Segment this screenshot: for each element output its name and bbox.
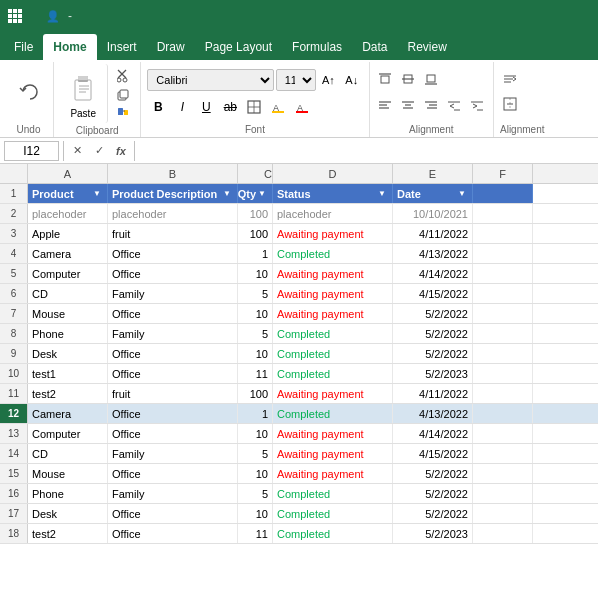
table-row[interactable]: 7MouseOffice10Awaiting payment5/2/2022 <box>0 304 598 324</box>
data-cell[interactable] <box>473 524 533 543</box>
data-cell[interactable]: Camera <box>28 244 108 263</box>
data-cell[interactable]: 5/2/2022 <box>393 464 473 483</box>
data-cell[interactable]: Office <box>108 344 238 363</box>
data-cell[interactable]: 4/11/2022 <box>393 384 473 403</box>
data-cell[interactable] <box>473 324 533 343</box>
data-cell[interactable]: 5/2/2022 <box>393 324 473 343</box>
wrap-text-button[interactable] <box>500 71 523 89</box>
table-row[interactable]: 9DeskOffice10Completed5/2/2022 <box>0 344 598 364</box>
data-cell[interactable]: 5/2/2023 <box>393 524 473 543</box>
data-cell[interactable]: 11 <box>238 364 273 383</box>
data-cell[interactable]: Computer <box>28 264 108 283</box>
data-cell[interactable]: 4/14/2022 <box>393 424 473 443</box>
table-row[interactable]: 14CDFamily5Awaiting payment4/15/2022 <box>0 444 598 464</box>
data-cell[interactable] <box>473 204 533 223</box>
data-cell[interactable] <box>473 424 533 443</box>
data-cell[interactable]: Awaiting payment <box>273 264 393 283</box>
header-cell[interactable]: Status▼ <box>273 184 393 203</box>
col-header-b[interactable]: B <box>108 164 238 183</box>
data-cell[interactable]: 5/2/2023 <box>393 364 473 383</box>
data-cell[interactable]: Office <box>108 424 238 443</box>
data-cell[interactable]: Awaiting payment <box>273 224 393 243</box>
data-cell[interactable]: 5 <box>238 444 273 463</box>
data-cell[interactable]: 4/15/2022 <box>393 284 473 303</box>
data-cell[interactable]: 10 <box>238 304 273 323</box>
undo-button[interactable] <box>11 77 47 109</box>
data-cell[interactable]: 5 <box>238 284 273 303</box>
data-cell[interactable]: fruit <box>108 384 238 403</box>
table-row[interactable]: 18test2Office11Completed5/2/2023 <box>0 524 598 544</box>
table-row[interactable]: 5ComputerOffice10Awaiting payment4/14/20… <box>0 264 598 284</box>
data-cell[interactable] <box>473 244 533 263</box>
data-cell[interactable]: 4/15/2022 <box>393 444 473 463</box>
cell-reference-input[interactable] <box>4 141 59 161</box>
data-cell[interactable]: 10 <box>238 504 273 523</box>
data-cell[interactable]: Awaiting payment <box>273 444 393 463</box>
data-cell[interactable]: 10 <box>238 464 273 483</box>
confirm-icon[interactable]: ✓ <box>90 142 108 160</box>
data-cell[interactable]: Family <box>108 484 238 503</box>
data-cell[interactable] <box>473 284 533 303</box>
data-cell[interactable]: Office <box>108 244 238 263</box>
tab-data[interactable]: Data <box>352 34 397 60</box>
italic-button[interactable]: I <box>171 96 193 118</box>
table-row[interactable]: 4CameraOffice1Completed4/13/2022 <box>0 244 598 264</box>
data-cell[interactable]: 5/2/2022 <box>393 344 473 363</box>
header-cell[interactable]: Qty▼ <box>238 184 273 203</box>
data-cell[interactable]: 10 <box>238 344 273 363</box>
data-cell[interactable]: Desk <box>28 504 108 523</box>
data-cell[interactable]: test1 <box>28 364 108 383</box>
data-cell[interactable]: CD <box>28 444 108 463</box>
bold-button[interactable]: B <box>147 96 169 118</box>
data-cell[interactable]: Office <box>108 464 238 483</box>
data-cell[interactable]: Office <box>108 524 238 543</box>
data-cell[interactable] <box>473 364 533 383</box>
data-cell[interactable]: placehoder <box>28 204 108 223</box>
header-cell[interactable]: Product▼ <box>28 184 108 203</box>
data-cell[interactable] <box>473 484 533 503</box>
data-cell[interactable]: Computer <box>28 424 108 443</box>
header-cell[interactable] <box>473 184 533 203</box>
header-cell[interactable]: Product Description▼ <box>108 184 238 203</box>
merge-center-button[interactable] <box>500 95 523 113</box>
tab-insert[interactable]: Insert <box>97 34 147 60</box>
table-row[interactable]: 11test2fruit100Awaiting payment4/11/2022 <box>0 384 598 404</box>
decrease-font-button[interactable]: A↓ <box>341 69 362 91</box>
data-cell[interactable]: Camera <box>28 404 108 423</box>
table-row[interactable]: 13ComputerOffice10Awaiting payment4/14/2… <box>0 424 598 444</box>
data-cell[interactable]: test2 <box>28 524 108 543</box>
data-cell[interactable]: 1 <box>238 244 273 263</box>
data-cell[interactable] <box>473 264 533 283</box>
data-cell[interactable]: 100 <box>238 224 273 243</box>
filter-button[interactable]: ▼ <box>456 188 468 200</box>
data-cell[interactable]: Awaiting payment <box>273 464 393 483</box>
underline-button[interactable]: U <box>195 96 217 118</box>
data-cell[interactable]: 4/13/2022 <box>393 404 473 423</box>
border-button[interactable] <box>243 96 265 118</box>
data-cell[interactable] <box>473 224 533 243</box>
data-cell[interactable] <box>473 304 533 323</box>
formula-input[interactable] <box>139 144 594 158</box>
tab-review[interactable]: Review <box>397 34 456 60</box>
data-cell[interactable]: Office <box>108 304 238 323</box>
data-cell[interactable]: 4/11/2022 <box>393 224 473 243</box>
data-cell[interactable]: Completed <box>273 344 393 363</box>
data-cell[interactable]: Completed <box>273 324 393 343</box>
font-color-button[interactable]: A <box>291 96 313 118</box>
data-cell[interactable]: Office <box>108 404 238 423</box>
paste-button[interactable]: Paste <box>59 64 108 123</box>
data-cell[interactable]: 10/10/2021 <box>393 204 473 223</box>
align-center-button[interactable] <box>397 94 419 116</box>
data-cell[interactable]: 100 <box>238 204 273 223</box>
filter-button[interactable]: ▼ <box>221 188 233 200</box>
data-cell[interactable]: 5 <box>238 324 273 343</box>
data-cell[interactable]: Mouse <box>28 464 108 483</box>
data-cell[interactable]: Completed <box>273 484 393 503</box>
table-row[interactable]: 12CameraOffice1Completed4/13/2022 <box>0 404 598 424</box>
font-name-select[interactable]: Calibri <box>147 69 273 91</box>
data-cell[interactable]: 5/2/2022 <box>393 484 473 503</box>
data-cell[interactable] <box>473 404 533 423</box>
data-cell[interactable]: 4/13/2022 <box>393 244 473 263</box>
data-cell[interactable]: Office <box>108 504 238 523</box>
col-header-a[interactable]: A <box>28 164 108 183</box>
